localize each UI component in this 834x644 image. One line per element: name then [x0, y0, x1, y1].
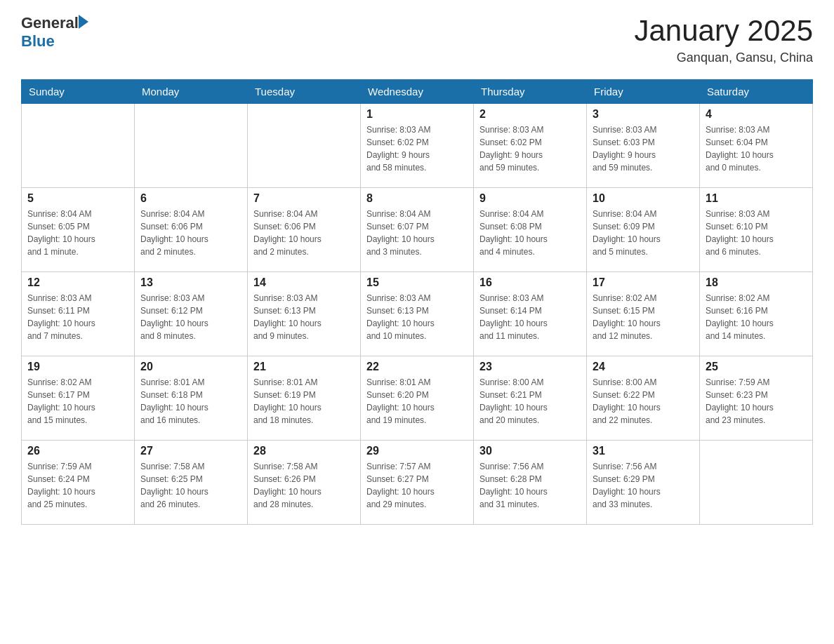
- day-info: Sunrise: 8:04 AM Sunset: 6:06 PM Dayligh…: [140, 208, 241, 258]
- header-row: SundayMondayTuesdayWednesdayThursdayFrid…: [22, 80, 813, 104]
- calendar-table: SundayMondayTuesdayWednesdayThursdayFrid…: [21, 79, 813, 525]
- day-info: Sunrise: 8:04 AM Sunset: 6:09 PM Dayligh…: [593, 208, 694, 258]
- day-info: Sunrise: 7:56 AM Sunset: 6:29 PM Dayligh…: [593, 460, 694, 511]
- calendar-cell: 1Sunrise: 8:03 AM Sunset: 6:02 PM Daylig…: [361, 104, 474, 188]
- day-info: Sunrise: 8:02 AM Sunset: 6:17 PM Dayligh…: [27, 376, 128, 427]
- day-info: Sunrise: 8:03 AM Sunset: 6:12 PM Dayligh…: [140, 292, 241, 342]
- calendar-cell: 6Sunrise: 8:04 AM Sunset: 6:06 PM Daylig…: [135, 188, 248, 272]
- day-info: Sunrise: 8:03 AM Sunset: 6:02 PM Dayligh…: [479, 123, 581, 174]
- calendar-cell: 15Sunrise: 8:03 AM Sunset: 6:13 PM Dayli…: [361, 272, 474, 356]
- day-info: Sunrise: 8:00 AM Sunset: 6:21 PM Dayligh…: [479, 376, 581, 427]
- day-info: Sunrise: 8:03 AM Sunset: 6:02 PM Dayligh…: [366, 123, 468, 174]
- day-info: Sunrise: 8:03 AM Sunset: 6:11 PM Dayligh…: [27, 292, 128, 342]
- day-number: 31: [593, 445, 694, 457]
- calendar-cell: 25Sunrise: 7:59 AM Sunset: 6:23 PM Dayli…: [700, 356, 813, 441]
- day-number: 27: [140, 445, 241, 457]
- day-number: 19: [27, 361, 128, 373]
- calendar-header: SundayMondayTuesdayWednesdayThursdayFrid…: [22, 80, 813, 104]
- day-number: 9: [479, 192, 581, 205]
- calendar-cell: 28Sunrise: 7:58 AM Sunset: 6:26 PM Dayli…: [248, 441, 361, 525]
- day-number: 23: [479, 361, 581, 373]
- calendar-cell: 19Sunrise: 8:02 AM Sunset: 6:17 PM Dayli…: [22, 356, 135, 441]
- calendar-title: January 2025: [634, 14, 813, 48]
- header-day-thursday: Thursday: [474, 80, 587, 104]
- day-info: Sunrise: 8:03 AM Sunset: 6:04 PM Dayligh…: [706, 123, 807, 174]
- calendar-cell: 20Sunrise: 8:01 AM Sunset: 6:18 PM Dayli…: [135, 356, 248, 441]
- day-number: 21: [253, 361, 355, 373]
- day-number: 5: [27, 192, 128, 205]
- week-row-4: 19Sunrise: 8:02 AM Sunset: 6:17 PM Dayli…: [22, 356, 813, 441]
- header-day-tuesday: Tuesday: [248, 80, 361, 104]
- day-number: 16: [479, 276, 581, 289]
- day-number: 3: [593, 108, 694, 121]
- day-number: 22: [366, 361, 468, 373]
- day-number: 2: [479, 108, 581, 121]
- calendar-cell: [700, 441, 813, 525]
- day-info: Sunrise: 8:03 AM Sunset: 6:10 PM Dayligh…: [706, 208, 807, 258]
- calendar-cell: 7Sunrise: 8:04 AM Sunset: 6:06 PM Daylig…: [248, 188, 361, 272]
- calendar-cell: 10Sunrise: 8:04 AM Sunset: 6:09 PM Dayli…: [587, 188, 700, 272]
- week-row-1: 1Sunrise: 8:03 AM Sunset: 6:02 PM Daylig…: [22, 104, 813, 188]
- calendar-cell: 13Sunrise: 8:03 AM Sunset: 6:12 PM Dayli…: [135, 272, 248, 356]
- calendar-cell: 17Sunrise: 8:02 AM Sunset: 6:15 PM Dayli…: [587, 272, 700, 356]
- calendar-cell: 3Sunrise: 8:03 AM Sunset: 6:03 PM Daylig…: [587, 104, 700, 188]
- week-row-5: 26Sunrise: 7:59 AM Sunset: 6:24 PM Dayli…: [22, 441, 813, 525]
- calendar-cell: 23Sunrise: 8:00 AM Sunset: 6:21 PM Dayli…: [474, 356, 587, 441]
- calendar-cell: 21Sunrise: 8:01 AM Sunset: 6:19 PM Dayli…: [248, 356, 361, 441]
- calendar-cell: [248, 104, 361, 188]
- day-info: Sunrise: 8:04 AM Sunset: 6:08 PM Dayligh…: [479, 208, 581, 258]
- logo-blue-text: Blue: [21, 32, 55, 51]
- day-number: 25: [706, 361, 807, 373]
- week-row-2: 5Sunrise: 8:04 AM Sunset: 6:05 PM Daylig…: [22, 188, 813, 272]
- calendar-cell: 12Sunrise: 8:03 AM Sunset: 6:11 PM Dayli…: [22, 272, 135, 356]
- day-number: 11: [706, 192, 807, 205]
- day-info: Sunrise: 7:58 AM Sunset: 6:25 PM Dayligh…: [140, 460, 241, 511]
- header-day-saturday: Saturday: [700, 80, 813, 104]
- day-info: Sunrise: 8:03 AM Sunset: 6:14 PM Dayligh…: [479, 292, 581, 342]
- day-number: 15: [366, 276, 468, 289]
- day-number: 30: [479, 445, 581, 457]
- day-number: 28: [253, 445, 355, 457]
- day-info: Sunrise: 7:59 AM Sunset: 6:24 PM Dayligh…: [27, 460, 128, 511]
- calendar-subtitle: Ganquan, Gansu, China: [634, 51, 813, 65]
- day-number: 14: [253, 276, 355, 289]
- calendar-cell: 18Sunrise: 8:02 AM Sunset: 6:16 PM Dayli…: [700, 272, 813, 356]
- calendar-cell: [22, 104, 135, 188]
- day-info: Sunrise: 7:57 AM Sunset: 6:27 PM Dayligh…: [366, 460, 468, 511]
- day-number: 24: [593, 361, 694, 373]
- calendar-cell: 22Sunrise: 8:01 AM Sunset: 6:20 PM Dayli…: [361, 356, 474, 441]
- day-info: Sunrise: 8:04 AM Sunset: 6:07 PM Dayligh…: [366, 208, 468, 258]
- header-day-wednesday: Wednesday: [361, 80, 474, 104]
- calendar-cell: 16Sunrise: 8:03 AM Sunset: 6:14 PM Dayli…: [474, 272, 587, 356]
- page-header: General Blue January 2025 Ganquan, Gansu…: [21, 14, 813, 65]
- day-number: 6: [140, 192, 241, 205]
- day-info: Sunrise: 8:03 AM Sunset: 6:03 PM Dayligh…: [593, 123, 694, 174]
- day-number: 7: [253, 192, 355, 205]
- logo-arrow-icon: [79, 15, 88, 29]
- day-info: Sunrise: 8:04 AM Sunset: 6:06 PM Dayligh…: [253, 208, 355, 258]
- calendar-cell: 30Sunrise: 7:56 AM Sunset: 6:28 PM Dayli…: [474, 441, 587, 525]
- calendar-cell: 27Sunrise: 7:58 AM Sunset: 6:25 PM Dayli…: [135, 441, 248, 525]
- day-info: Sunrise: 7:58 AM Sunset: 6:26 PM Dayligh…: [253, 460, 355, 511]
- day-info: Sunrise: 7:59 AM Sunset: 6:23 PM Dayligh…: [706, 376, 807, 427]
- logo: General Blue: [21, 14, 88, 51]
- calendar-cell: 9Sunrise: 8:04 AM Sunset: 6:08 PM Daylig…: [474, 188, 587, 272]
- header-day-friday: Friday: [587, 80, 700, 104]
- day-number: 20: [140, 361, 241, 373]
- calendar-cell: 11Sunrise: 8:03 AM Sunset: 6:10 PM Dayli…: [700, 188, 813, 272]
- week-row-3: 12Sunrise: 8:03 AM Sunset: 6:11 PM Dayli…: [22, 272, 813, 356]
- day-number: 4: [706, 108, 807, 121]
- calendar-cell: 29Sunrise: 7:57 AM Sunset: 6:27 PM Dayli…: [361, 441, 474, 525]
- day-number: 26: [27, 445, 128, 457]
- day-info: Sunrise: 8:00 AM Sunset: 6:22 PM Dayligh…: [593, 376, 694, 427]
- calendar-cell: 5Sunrise: 8:04 AM Sunset: 6:05 PM Daylig…: [22, 188, 135, 272]
- day-info: Sunrise: 8:01 AM Sunset: 6:18 PM Dayligh…: [140, 376, 241, 427]
- day-number: 12: [27, 276, 128, 289]
- day-info: Sunrise: 8:01 AM Sunset: 6:20 PM Dayligh…: [366, 376, 468, 427]
- day-info: Sunrise: 8:01 AM Sunset: 6:19 PM Dayligh…: [253, 376, 355, 427]
- calendar-cell: 14Sunrise: 8:03 AM Sunset: 6:13 PM Dayli…: [248, 272, 361, 356]
- calendar-cell: 4Sunrise: 8:03 AM Sunset: 6:04 PM Daylig…: [700, 104, 813, 188]
- day-number: 10: [593, 192, 694, 205]
- day-info: Sunrise: 8:03 AM Sunset: 6:13 PM Dayligh…: [366, 292, 468, 342]
- day-info: Sunrise: 8:02 AM Sunset: 6:15 PM Dayligh…: [593, 292, 694, 342]
